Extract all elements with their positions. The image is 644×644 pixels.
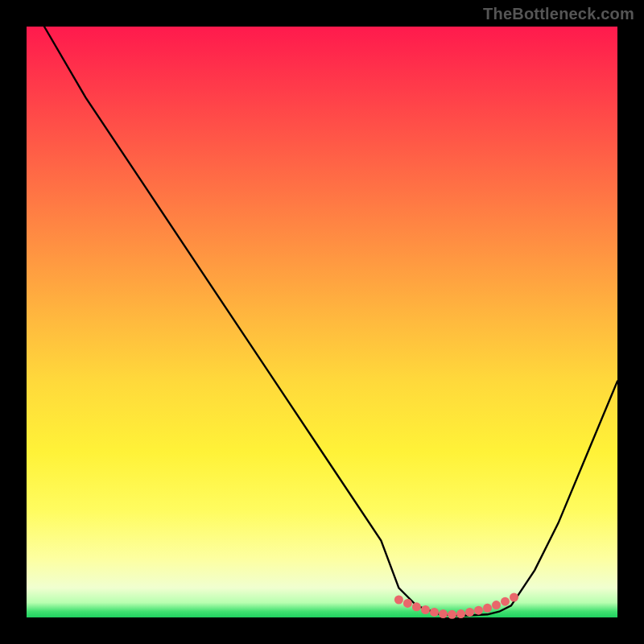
curve-layer: [27, 27, 617, 617]
valley-dot: [430, 608, 439, 617]
valley-dot: [474, 606, 483, 615]
valley-dot: [492, 601, 501, 609]
valley-dot: [439, 609, 448, 618]
plot-area: [27, 27, 617, 617]
bottleneck-curve: [44, 27, 617, 616]
valley-dot: [465, 608, 474, 617]
valley-dot: [510, 593, 518, 602]
optimal-range-dots: [394, 593, 518, 619]
valley-dot: [448, 610, 456, 619]
watermark-label: TheBottleneck.com: [483, 5, 634, 23]
valley-dot: [421, 605, 430, 614]
valley-dot: [394, 596, 403, 605]
valley-dot: [483, 604, 492, 613]
valley-dot: [501, 597, 510, 606]
chart-frame: TheBottleneck.com: [0, 0, 644, 644]
valley-dot: [412, 602, 421, 611]
valley-dot: [403, 599, 412, 608]
valley-dot: [456, 609, 465, 618]
